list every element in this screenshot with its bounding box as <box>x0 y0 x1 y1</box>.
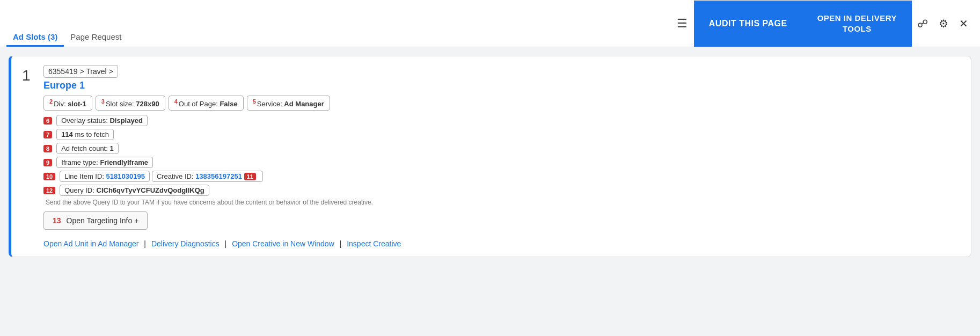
tam-note: Send the above Query ID to your TAM if y… <box>46 199 960 206</box>
footer-links: Open Ad Unit in Ad Manager | Delivery Di… <box>43 239 960 248</box>
tab-pagerequest[interactable]: Page Request <box>64 0 128 47</box>
open-creative-new-window-link[interactable]: Open Creative in New Window <box>232 239 334 248</box>
message-icon-button[interactable]: ☍ <box>912 13 933 34</box>
creative-id-link[interactable]: 138356197251 <box>195 172 242 180</box>
tag-outofpage: 4Out of Page: False <box>169 96 244 111</box>
tab-adslots[interactable]: Ad Slots (3) <box>6 0 64 47</box>
tag-service: 5Service: Ad Manager <box>247 96 330 111</box>
tag-div: 2Div: slot-1 <box>43 96 92 111</box>
detail-fetch-time: 7 114 ms to fetch <box>43 129 960 140</box>
detail-fetch-count: 8 Ad fetch count: 1 <box>43 143 960 154</box>
iframe-type-box: Iframe type: FriendlyIframe <box>56 157 153 168</box>
fetch-time-box: 114 ms to fetch <box>56 129 114 140</box>
tabs: Ad Slots (3) Page Request <box>6 0 670 47</box>
open-targeting-info-button[interactable]: 13 Open Targeting Info + <box>43 211 148 230</box>
delivery-diagnostics-link[interactable]: Delivery Diagnostics <box>151 239 220 248</box>
slot-details: 6355419 > Travel > Europe 1 2Div: slot-1… <box>43 65 960 248</box>
close-icon-button[interactable]: ✕ <box>954 13 974 34</box>
breadcrumb-row: 6355419 > Travel > <box>43 65 960 78</box>
line-item-box: Line Item ID: 5181030195 <box>60 171 150 182</box>
audit-this-page-button[interactable]: AUDIT THIS PAGE <box>694 1 802 47</box>
settings-icon-button[interactable]: ⚙ <box>933 13 954 34</box>
info-tags: 2Div: slot-1 3Slot size: 728x90 4Out of … <box>43 96 960 111</box>
main-content: 1 6355419 > Travel > Europe 1 2Div: slot… <box>0 47 980 266</box>
toolbar: Ad Slots (3) Page Request ☰ AUDIT THIS P… <box>0 0 980 47</box>
detail-overlay-status: 6 Overlay status: Displayed <box>43 115 960 126</box>
detail-iframe-type: 9 Iframe type: FriendlyIframe <box>43 157 960 168</box>
slot-name: Europe 1 <box>43 80 960 91</box>
overlay-status-box: Overlay status: Displayed <box>56 115 148 126</box>
ad-slot-card: 1 6355419 > Travel > Europe 1 2Div: slot… <box>9 56 971 257</box>
line-item-id-link[interactable]: 5181030195 <box>106 172 145 180</box>
detail-line-item: 10 Line Item ID: 5181030195 Creative ID:… <box>43 171 960 182</box>
query-id-box: Query ID: CICh6qvTyvYCFUZdvQodgIlKQg <box>60 185 209 196</box>
open-ad-unit-link[interactable]: Open Ad Unit in Ad Manager <box>43 239 138 248</box>
creative-id-box: Creative ID: 138356197251 11 <box>152 171 263 182</box>
inspect-creative-link[interactable]: Inspect Creative <box>347 239 401 248</box>
breadcrumb: 6355419 > Travel > <box>43 65 118 78</box>
slot-number: 1 <box>22 65 35 248</box>
fetch-count-box: Ad fetch count: 1 <box>56 143 119 154</box>
tag-slotsize: 3Slot size: 728x90 <box>96 96 165 111</box>
open-in-delivery-tools-button[interactable]: OPEN IN DELIVERYTOOLS <box>802 1 912 47</box>
hamburger-menu-button[interactable]: ☰ <box>670 12 694 35</box>
detail-query-id: 12 Query ID: CICh6qvTyvYCFUZdvQodgIlKQg <box>43 185 960 196</box>
